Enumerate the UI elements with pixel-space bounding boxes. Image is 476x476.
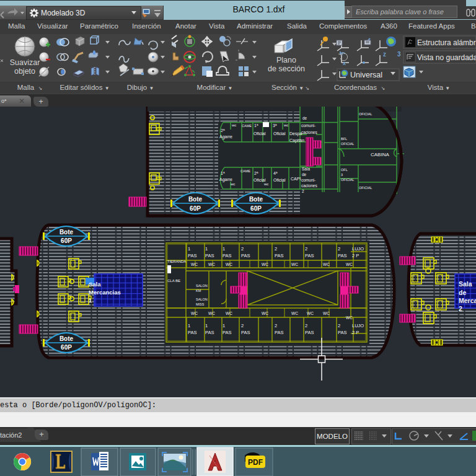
svg-text:de: de [302,116,307,120]
svg-text:CAPI: CAPI [291,177,301,181]
svg-text:PAS: PAS [188,330,196,335]
svg-text:OFL: OFL [341,168,348,172]
svg-text:2: 2 [459,305,462,312]
svg-text:KM: KM [196,289,201,293]
svg-text:Oficial: Oficial [273,131,286,136]
svg-text:WC: WC [323,262,330,267]
svg-text:WC: WC [226,311,232,315]
svg-text:Sala: Sala [89,281,101,288]
svg-text:LUJO: LUJO [352,246,364,252]
svg-text:CLA BE: CLA BE [167,279,180,283]
svg-text:WC: WC [346,315,353,320]
svg-text:Merca: Merca [459,297,476,304]
svg-text:PAS: PAS [188,253,196,258]
svg-text:wc: wc [230,182,235,186]
svg-text:Capitán: Capitán [289,138,304,143]
svg-text:WC: WC [346,262,353,267]
svg-text:de: de [302,172,307,177]
svg-text:WC: WC [262,311,268,315]
svg-text:Bote: Bote [60,335,74,342]
svg-text:2: 2 [275,246,277,252]
svg-text:Vista no guardada: Vista no guardada [417,53,476,62]
svg-text:Universal: Universal [350,71,382,79]
svg-text:OFICIAL: OFICIAL [341,142,354,146]
svg-text:Sala: Sala [302,167,310,171]
svg-text:1: 1 [188,323,190,328]
svg-text:Mercancias: Mercancias [89,289,121,296]
svg-text:2: 2 [338,323,340,328]
svg-text:Oficial: Oficial [273,178,286,182]
svg-text:1: 1 [223,323,225,328]
svg-text:MISS: MISS [196,302,205,306]
svg-text:2ª: 2ª [221,128,225,133]
svg-text:60P: 60P [61,237,72,244]
svg-text:3: 3 [397,51,401,58]
svg-text:Bote: Bote [249,196,263,203]
svg-text:1: 1 [205,323,208,328]
svg-text:WC: WC [291,311,298,315]
svg-text:2: 2 [275,323,277,328]
svg-text:Agarre: Agarre [219,177,232,182]
svg-text:comuni-: comuni- [301,123,315,128]
svg-text:1: 1 [89,297,92,304]
svg-text:60P: 60P [61,344,72,351]
svg-text:4ª: 4ª [273,171,278,175]
svg-text:1: 1 [223,246,225,252]
svg-text:Bote: Bote [188,196,203,203]
svg-text:PAS: PAS [275,253,283,258]
svg-text:LUJO: LUJO [352,323,364,328]
svg-text:x: x [343,60,346,66]
svg-text:Bote: Bote [60,229,74,236]
svg-text:Oficial: Oficial [253,131,266,136]
svg-text:OFICIAL: OFICIAL [359,186,372,190]
svg-text:CAME: CAME [240,169,250,173]
svg-text:OFICIAL: OFICIAL [341,178,354,182]
svg-text:SALON: SALON [196,284,208,288]
svg-text:WC: WC [307,311,314,315]
svg-text:TIERANDA: TIERANDA [167,260,186,263]
svg-text:Despa: Despa [289,131,302,136]
svg-text:de sección: de sección [268,64,305,73]
svg-text:WC: WC [291,262,298,267]
svg-text:Sala: Sala [459,280,472,288]
svg-text:PAS: PAS [205,330,214,335]
svg-text:3: 3 [341,173,343,177]
svg-text:Plano: Plano [276,56,296,64]
svg-text:Estructura alámbri.: Estructura alámbri. [417,38,476,47]
svg-text:1ª: 1ª [221,171,225,175]
svg-text:caciones: caciones [301,183,317,188]
svg-text:2: 2 [338,246,340,252]
svg-text:z: z [383,51,386,58]
svg-text:WC: WC [323,311,330,315]
svg-text:PAS: PAS [338,330,346,335]
svg-text:WC: WC [191,262,198,267]
svg-text:60P: 60P [250,205,262,212]
svg-text:wc: wc [231,123,236,127]
svg-text:1: 1 [205,246,208,252]
svg-text:Oficial: Oficial [253,178,266,182]
svg-text:2: 2 [305,323,307,328]
svg-text:2: 2 [241,323,244,328]
svg-text:2 P: 2 P [352,330,359,335]
svg-text:1ª: 1ª [254,123,258,128]
svg-text:PAS: PAS [305,253,314,258]
svg-text:2ª: 2ª [254,171,258,175]
svg-text:WC: WC [208,262,215,267]
svg-text:PAS: PAS [305,330,314,335]
svg-text:de: de [459,289,466,296]
svg-text:caciones: caciones [301,130,317,134]
svg-text:WC: WC [208,311,215,315]
svg-text:60P: 60P [190,205,201,212]
svg-text:WC: WC [226,262,232,267]
svg-text:Agarre: Agarre [219,134,232,139]
svg-text:BFL: BFL [341,137,347,141]
svg-text:PAS: PAS [275,330,283,335]
svg-text:wc: wc [263,182,268,186]
svg-text:2: 2 [241,246,244,252]
svg-text:PAS: PAS [241,330,250,335]
svg-text:1: 1 [188,246,190,252]
svg-text:WC: WC [191,311,198,315]
svg-text:PDF: PDF [248,458,263,467]
svg-text:PAS: PAS [223,253,231,258]
svg-text:PAS: PAS [338,253,346,258]
